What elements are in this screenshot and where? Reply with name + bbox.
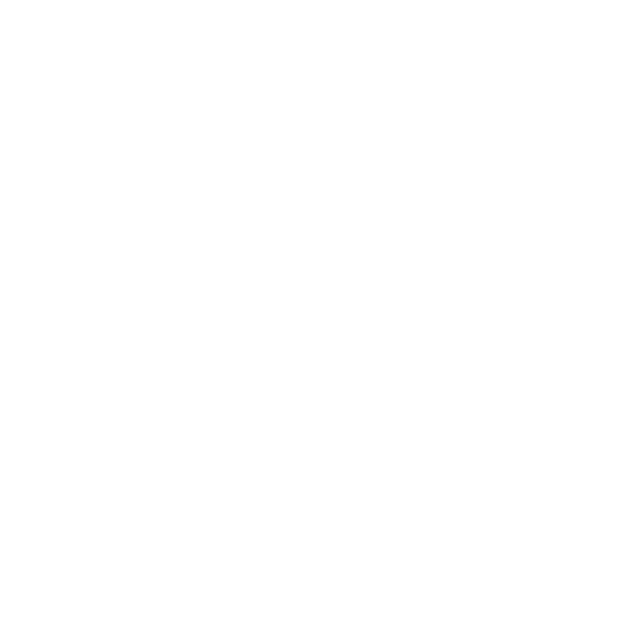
bottleneck-chart [0,0,644,644]
chart-container: { "watermark": "TheBottleneck.com", "cha… [0,0,644,644]
